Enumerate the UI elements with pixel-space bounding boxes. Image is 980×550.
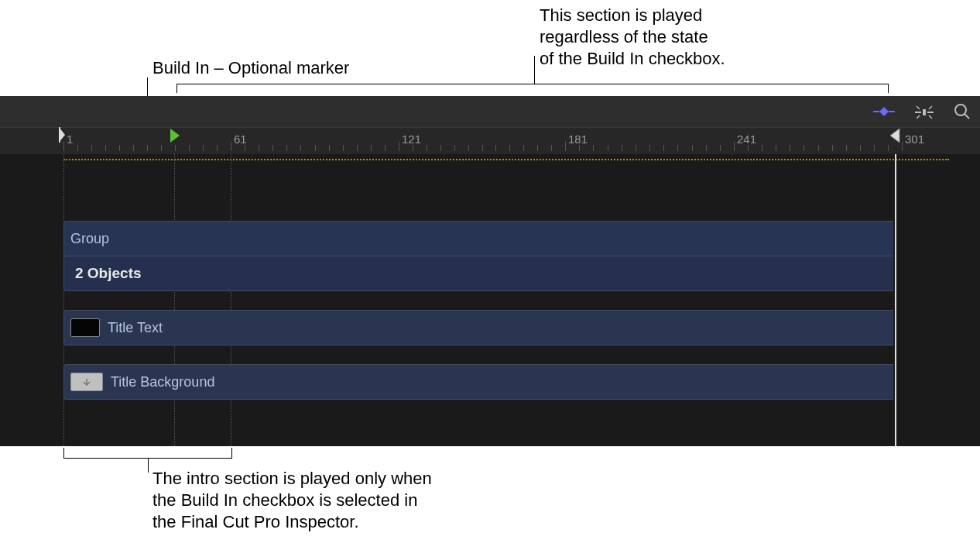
ruler-tick: [579, 145, 580, 151]
svg-marker-14: [170, 129, 180, 143]
ruler-tick: [846, 145, 847, 151]
track-area: Group 2 Objects Title Text Title Backgro…: [63, 221, 893, 400]
ruler-tick: [105, 145, 106, 151]
ruler-frame-label: 121: [402, 132, 421, 146]
callout-intro-section: The intro section is played only when th…: [152, 468, 432, 533]
ruler-tick: [468, 145, 469, 151]
ruler-tick: [286, 145, 287, 151]
ruler-tick: [818, 145, 819, 151]
ruler-tick: [440, 145, 441, 151]
svg-point-10: [955, 105, 966, 115]
snap-icon[interactable]: [913, 105, 935, 119]
track-label: Title Background: [111, 374, 214, 390]
callout-bracket: [63, 448, 232, 459]
ruler-tick: [692, 145, 693, 151]
ruler-tick: [720, 145, 721, 151]
ruler-tick: [385, 145, 385, 151]
callout-text-line: the Build In checkbox is selected in: [152, 490, 417, 510]
ruler-tick: [161, 145, 162, 151]
ruler-tick: [636, 145, 636, 151]
svg-line-11: [965, 114, 969, 119]
ruler-tick: [622, 145, 622, 151]
ruler-tick: [91, 145, 92, 151]
svg-line-9: [929, 115, 932, 119]
ruler-tick-major: [902, 142, 903, 151]
play-range-start-marker[interactable]: [59, 127, 68, 141]
ruler-tick-major: [734, 142, 735, 151]
ruler-tick: [300, 145, 301, 151]
ruler-tick: [762, 145, 762, 151]
svg-marker-15: [890, 129, 899, 143]
ruler-tick: [413, 145, 413, 151]
ruler-tick-major: [231, 142, 231, 151]
timeline-ruler[interactable]: 161121181241301: [0, 127, 980, 154]
playhead[interactable]: [895, 154, 896, 446]
keyframe-icon[interactable]: [873, 105, 895, 118]
ruler-tick: [608, 145, 608, 151]
timeline-body: Group 2 Objects Title Text Title Backgro…: [0, 154, 980, 446]
play-range-end-marker[interactable]: [889, 127, 901, 147]
track-thumbnail: [70, 373, 103, 391]
ruler-tick: [677, 145, 678, 151]
track-thumbnail: [70, 318, 100, 337]
zoom-icon[interactable]: [954, 103, 971, 120]
ruler-tick: [245, 145, 245, 151]
callout-leader: [148, 459, 149, 473]
ruler-tick-major: [399, 142, 399, 151]
svg-rect-13: [59, 127, 60, 143]
svg-marker-0: [879, 107, 889, 116]
ruler-tick: [259, 145, 259, 151]
ruler-frame-label: 181: [568, 132, 588, 146]
callout-text-line: the Final Cut Pro Inspector.: [152, 512, 359, 531]
ruler-tick-major: [63, 142, 64, 151]
ruler-tick: [495, 145, 496, 151]
group-objects-track[interactable]: 2 Objects: [63, 256, 893, 291]
ruler-frame-label: 301: [905, 132, 924, 146]
ruler-tick: [748, 145, 749, 151]
ruler-frame-label: 241: [737, 132, 756, 146]
ruler-tick: [357, 145, 358, 151]
callout-text-line: regardless of the state: [540, 27, 708, 46]
svg-line-8: [917, 115, 920, 119]
ruler-tick: [593, 145, 594, 151]
ruler-tick: [119, 145, 120, 151]
ruler-tick: [454, 145, 455, 151]
ruler-tick: [203, 145, 204, 151]
callout-build-in-marker: Build In – Optional marker: [152, 57, 349, 79]
ruler-tick: [860, 145, 861, 151]
ruler-tick: [790, 145, 790, 151]
callout-text-line: of the Build In checkbox.: [540, 49, 725, 68]
track-label: Title Text: [108, 320, 163, 336]
ruler-tick: [427, 145, 427, 151]
callout-bracket: [176, 84, 889, 93]
group-header-track[interactable]: Group: [63, 221, 893, 256]
build-in-optional-marker[interactable]: [169, 127, 181, 147]
callout-leader: [534, 56, 535, 84]
ruler-tick: [343, 145, 344, 151]
track-row-title-background[interactable]: Title Background: [63, 364, 893, 400]
ruler-tick: [874, 145, 875, 151]
ruler-tick: [537, 145, 538, 151]
ruler-tick: [804, 145, 804, 151]
ruler-tick: [272, 145, 273, 151]
callout-text-line: This section is played: [540, 5, 702, 25]
ruler-tick: [77, 145, 78, 151]
ruler-tick: [133, 145, 134, 151]
ruler-tick: [776, 145, 776, 151]
timeline-toolbar: [0, 96, 980, 127]
ruler-tick: [147, 145, 148, 151]
callout-played-regardless: This section is played regardless of the…: [540, 5, 725, 70]
timeline-panel: 161121181241301 Group 2 Objects Title Te…: [0, 96, 980, 446]
ruler-tick: [706, 145, 707, 151]
track-row-title-text[interactable]: Title Text: [63, 310, 893, 345]
svg-line-7: [929, 106, 932, 109]
ruler-tick: [371, 145, 372, 151]
ruler-tick: [509, 145, 510, 151]
ruler-tick: [315, 145, 316, 151]
ruler-tick: [482, 145, 483, 151]
ruler-tick: [649, 145, 650, 151]
ruler-tick: [189, 145, 190, 151]
svg-rect-3: [923, 109, 926, 115]
ruler-tick: [663, 145, 664, 151]
ruler-tick: [523, 145, 524, 151]
